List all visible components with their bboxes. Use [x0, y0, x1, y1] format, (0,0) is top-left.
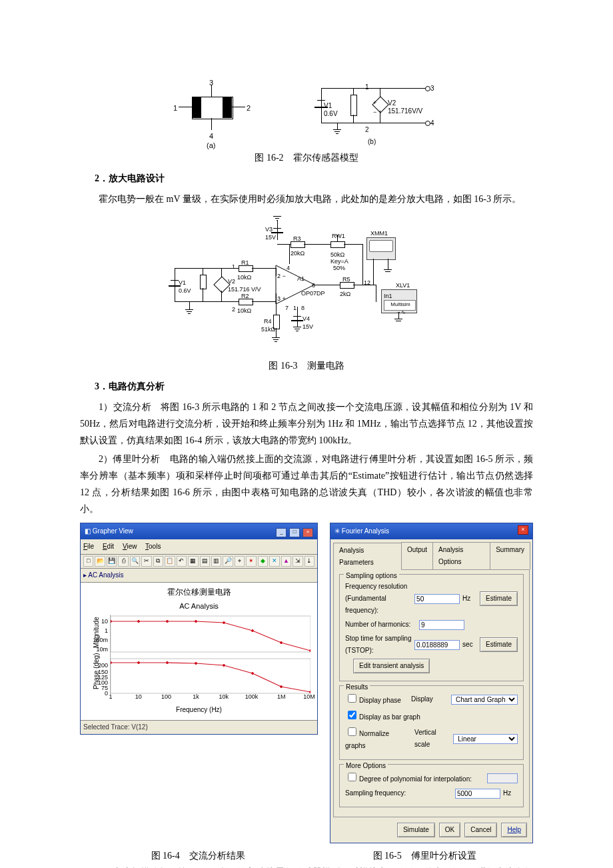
svg-point-8 — [252, 629, 254, 631]
grapher-toolbar[interactable]: □ 📂 💾 ⎙ 🔍 ✂ ⧉ 📋 ↶ ▦ ▤ ▥ 🔎 ⌖ ✶ ◆ ✕ ▲ ⇲ ⤓ — [81, 555, 317, 569]
tb-paste[interactable]: 📋 — [165, 556, 175, 567]
tb-exp1[interactable]: ⇲ — [293, 556, 303, 567]
tb-exp2[interactable]: ⤓ — [305, 556, 314, 567]
fig164-caption: 图 16-4 交流分析结果 — [80, 847, 316, 864]
tb-zoom[interactable]: 🔎 — [223, 556, 233, 567]
pin1: 1 — [365, 81, 369, 93]
close-button[interactable]: × — [518, 525, 528, 535]
sampfreq-label: Sampling frequency: — [345, 787, 452, 799]
fourier-titlebar[interactable]: ✳ Fourier Analysis × — [330, 523, 532, 539]
pin-1-label: 1 — [173, 102, 177, 115]
section-3-p2: 2）傅里叶分析 电路的输入端仍然接上面的交流源，对电路进行傅里叶分析，其设置如图… — [80, 451, 533, 518]
group-more: More Options Degree of polynomial for in… — [339, 764, 524, 807]
estimate-tstop-button[interactable]: Estimate — [480, 637, 518, 652]
estimate-freq-button[interactable]: Estimate — [480, 591, 518, 606]
fig162-b: V1 0.6V + − V2 151.716V/V — [313, 73, 440, 147]
v1-val: 0.6V — [324, 108, 338, 120]
vscale-label: Vertical scale — [414, 727, 450, 751]
svg-rect-2 — [111, 659, 310, 693]
menu-file[interactable]: FFileile — [83, 543, 94, 550]
pin4: 4 — [430, 117, 434, 129]
tb-grid2[interactable]: ▤ — [200, 556, 210, 567]
chart-title: 霍尔位移测量电路 — [85, 585, 313, 600]
tb-c3[interactable]: ✕ — [269, 556, 279, 567]
cancel-button[interactable]: Cancel — [464, 823, 497, 837]
degree-input[interactable] — [487, 773, 518, 783]
svg-point-6 — [195, 620, 197, 622]
section-2-head: 2．放大电路设计 — [95, 170, 533, 187]
pin-2-label: 2 — [247, 102, 251, 115]
display-phase-check[interactable]: Display phase — [345, 692, 401, 707]
num-harm-input[interactable] — [419, 620, 464, 630]
vscale-select[interactable]: Linear — [453, 734, 518, 744]
sampfreq-input[interactable] — [455, 789, 500, 799]
svg-point-17 — [281, 685, 283, 687]
fig162b-sub: (b) — [368, 136, 376, 148]
tab-output[interactable]: Output — [401, 542, 433, 569]
menu-tools[interactable]: Tools — [145, 543, 161, 550]
v2-val: 151.716V/V — [388, 105, 422, 117]
grapher-tab[interactable]: ▸ AC Analysis — [81, 569, 317, 583]
degree-check[interactable]: Degree of polynomial for interpolation: — [345, 771, 472, 785]
simulate-button[interactable]: Simulate — [397, 823, 435, 837]
edit-transient-button[interactable]: Edit transient analysis — [353, 659, 430, 673]
tb-cursor[interactable]: ⌖ — [235, 556, 245, 567]
tstop-label: Stop time for sampling (TSTOP): — [345, 633, 412, 657]
fourier-title: Fourier Analysis — [342, 527, 389, 535]
svg-point-16 — [252, 672, 254, 674]
help-button[interactable]: Help — [501, 823, 527, 837]
tb-copy[interactable]: ⧉ — [153, 556, 163, 567]
group-results: Results Display phase Display Chart and … — [339, 685, 524, 760]
ac-analysis-chart: Magnitude Phase (deg) 10 1 100m 10m 200 … — [110, 615, 309, 695]
figure-16-3: V3 15V R3 20kΩ RW1 50kΩ Key=A 50% — [80, 215, 533, 374]
fig165-caption: 图 16-5 傅里叶分析设置 — [316, 847, 533, 864]
svg-point-18 — [310, 691, 311, 693]
display-bar-check[interactable]: Display as bar graph — [345, 709, 420, 723]
tab-summary[interactable]: Summary — [490, 542, 530, 569]
tstop-input[interactable] — [414, 640, 460, 650]
display-label: Display — [411, 693, 448, 705]
tb-grid1[interactable]: ▦ — [188, 556, 198, 567]
svg-point-12 — [138, 661, 140, 663]
tb-c1[interactable]: ✶ — [246, 556, 256, 567]
svg-point-15 — [223, 664, 225, 666]
tb-cut[interactable]: ✂ — [141, 556, 151, 567]
tb-open[interactable]: 📂 — [95, 556, 105, 567]
normalize-check[interactable]: Normalize graphs — [345, 725, 409, 752]
section-2-para: 霍尔电势一般在 mV 量级，在实际使用时必须加放大电路，此处加的是差分放大电路，… — [80, 191, 533, 207]
fig162a-sub: (a) — [207, 139, 215, 153]
freq-res-input[interactable] — [414, 594, 460, 604]
tb-new[interactable]: □ — [83, 556, 93, 567]
fourier-tabs[interactable]: Analysis Parameters Output Analysis Opti… — [330, 539, 532, 569]
svg-point-9 — [281, 641, 283, 643]
menu-edit[interactable]: Edit — [103, 543, 114, 550]
tab-analysis-options[interactable]: Analysis Options — [432, 542, 490, 569]
display-select[interactable]: Chart and Graph — [451, 695, 518, 705]
svg-point-3 — [111, 620, 112, 622]
grapher-titlebar[interactable]: ◧ Grapher View _ □ × — [81, 523, 317, 539]
group-sampling: Sampling options Frequency resolution (F… — [339, 574, 524, 681]
fig162-a: 1 2 3 4 (a) — [173, 77, 253, 143]
ok-button[interactable]: OK — [439, 823, 460, 837]
svg-point-10 — [310, 649, 311, 651]
svg-point-11 — [111, 661, 112, 663]
menu-view[interactable]: View — [123, 543, 137, 550]
close-button[interactable]: × — [303, 528, 313, 537]
section-3-head: 3．电路仿真分析 — [95, 378, 533, 395]
tb-preview[interactable]: 🔍 — [130, 556, 140, 567]
tab-analysis-parameters[interactable]: Analysis Parameters — [333, 543, 402, 570]
minimize-button[interactable]: _ — [276, 528, 287, 537]
tb-c4[interactable]: ▲ — [281, 556, 291, 567]
grapher-menubar[interactable]: FFileile Edit View Tools — [81, 539, 317, 555]
tb-undo[interactable]: ↶ — [177, 556, 187, 567]
pin3: 3 — [430, 83, 434, 95]
tb-grid3[interactable]: ▥ — [211, 556, 221, 567]
svg-point-4 — [138, 620, 140, 622]
tb-c2[interactable]: ◆ — [258, 556, 268, 567]
grapher-title: Grapher View — [93, 527, 133, 535]
tb-save[interactable]: 💾 — [107, 556, 117, 567]
svg-point-13 — [167, 661, 169, 663]
maximize-button[interactable]: □ — [289, 528, 300, 537]
tb-print[interactable]: ⎙ — [118, 556, 128, 567]
num-harm-label: Number of harmonics: — [345, 619, 416, 631]
